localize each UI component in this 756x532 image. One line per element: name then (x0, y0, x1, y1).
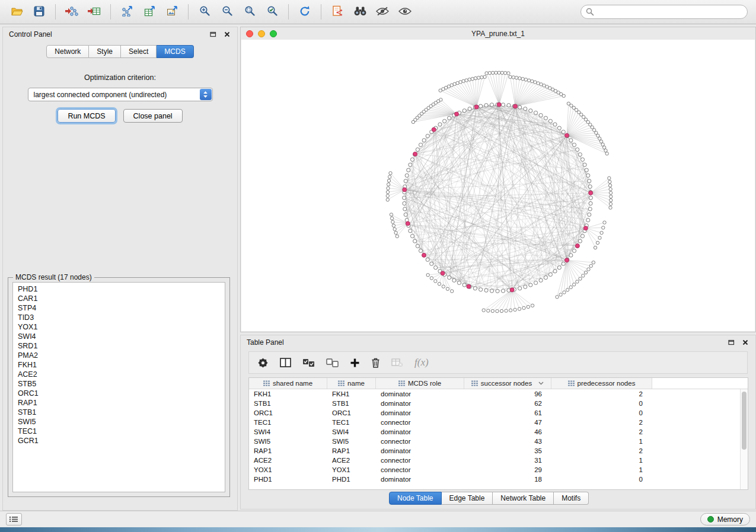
network-leaf-node[interactable] (393, 227, 396, 230)
maximize-window-icon[interactable] (270, 30, 277, 37)
network-leaf-node[interactable] (487, 309, 490, 312)
network-leaf-node[interactable] (509, 309, 512, 312)
network-leaf-node[interactable] (439, 89, 442, 92)
network-leaf-node[interactable] (610, 195, 613, 198)
network-node[interactable] (569, 254, 573, 257)
network-leaf-node[interactable] (430, 277, 433, 280)
network-leaf-node[interactable] (531, 80, 534, 83)
network-node[interactable] (403, 196, 406, 200)
network-node[interactable] (496, 289, 499, 293)
network-hub-node[interactable] (403, 188, 407, 192)
mcds-result-item[interactable]: GCR1 (13, 436, 225, 446)
network-node[interactable] (553, 123, 557, 126)
network-node[interactable] (588, 185, 592, 188)
float-panel-icon[interactable] (209, 30, 217, 39)
network-leaf-node[interactable] (522, 306, 525, 309)
network-node[interactable] (578, 153, 582, 156)
network-node[interactable] (544, 116, 547, 120)
network-hub-node[interactable] (474, 105, 479, 109)
network-leaf-node[interactable] (394, 231, 397, 234)
network-leaf-node[interactable] (589, 264, 592, 267)
network-node[interactable] (484, 289, 488, 292)
network-leaf-node[interactable] (527, 79, 530, 82)
close-panel-icon[interactable] (223, 30, 231, 39)
network-node[interactable] (589, 201, 592, 205)
network-node[interactable] (553, 270, 557, 273)
mcds-result-item[interactable]: PHD1 (13, 284, 225, 294)
network-leaf-node[interactable] (602, 146, 605, 149)
network-leaf-node[interactable] (434, 280, 437, 283)
network-node[interactable] (479, 288, 483, 291)
column-header-name[interactable]: name (327, 378, 376, 389)
tab-network-table[interactable]: Network Table (493, 492, 554, 505)
mcds-result-item[interactable]: TEC1 (13, 427, 225, 436)
mcds-result-item[interactable]: STP4 (13, 303, 225, 313)
network-leaf-node[interactable] (603, 221, 606, 224)
network-node[interactable] (548, 119, 552, 123)
network-leaf-node[interactable] (485, 72, 488, 75)
export-image-button[interactable] (161, 3, 183, 21)
network-leaf-node[interactable] (412, 120, 414, 123)
table-row[interactable]: STB1STB1dominator620 (249, 399, 740, 408)
network-leaf-node[interactable] (556, 296, 559, 299)
network-leaf-node[interactable] (584, 271, 587, 274)
network-leaf-node[interactable] (386, 194, 389, 197)
network-leaf-node[interactable] (477, 76, 480, 79)
network-hub-node[interactable] (455, 112, 459, 116)
mcds-result-item[interactable]: CAR1 (13, 294, 225, 303)
scrollbar-thumb[interactable] (742, 392, 747, 450)
network-leaf-node[interactable] (600, 231, 603, 234)
network-leaf-node[interactable] (608, 180, 611, 183)
table-row[interactable]: YOX1YOX1connector291 (249, 465, 740, 475)
network-leaf-node[interactable] (594, 246, 596, 249)
network-leaf-node[interactable] (598, 137, 601, 140)
network-node[interactable] (452, 278, 456, 282)
import-table-button[interactable] (84, 3, 105, 21)
network-node[interactable] (409, 229, 412, 233)
network-leaf-node[interactable] (438, 283, 441, 286)
network-leaf-node[interactable] (390, 213, 393, 216)
network-leaf-node[interactable] (534, 81, 537, 84)
network-leaf-node[interactable] (563, 291, 566, 294)
network-leaf-node[interactable] (387, 187, 390, 190)
network-leaf-node[interactable] (566, 289, 569, 291)
network-node[interactable] (403, 207, 407, 211)
network-leaf-node[interactable] (388, 175, 391, 178)
network-leaf-node[interactable] (527, 305, 529, 308)
network-leaf-node[interactable] (395, 235, 398, 238)
network-leaf-node[interactable] (480, 76, 483, 79)
column-header-mcds-role[interactable]: MCDS role (376, 378, 464, 389)
first-neighbors-button[interactable] (349, 3, 371, 21)
network-leaf-node[interactable] (537, 82, 540, 85)
open-session-button[interactable] (6, 3, 27, 21)
network-node[interactable] (557, 266, 561, 270)
network-leaf-node[interactable] (471, 77, 474, 80)
network-leaf-node[interactable] (596, 241, 599, 244)
network-node[interactable] (473, 287, 477, 290)
network-leaf-node[interactable] (569, 286, 572, 289)
network-leaf-node[interactable] (386, 191, 389, 194)
network-node[interactable] (419, 143, 422, 146)
tab-motifs[interactable]: Motifs (554, 492, 589, 505)
network-leaf-node[interactable] (450, 290, 453, 293)
network-leaf-node[interactable] (576, 280, 579, 283)
zoom-out-button[interactable] (216, 3, 238, 21)
export-table-button[interactable] (139, 3, 160, 21)
network-leaf-node[interactable] (605, 152, 608, 155)
network-leaf-node[interactable] (524, 78, 527, 81)
table-row[interactable]: TEC1TEC1connector472 (249, 418, 740, 427)
column-header-predecessor-nodes[interactable]: predecessor nodes (551, 378, 652, 389)
network-node[interactable] (426, 258, 429, 261)
network-leaf-node[interactable] (587, 268, 590, 271)
mcds-result-item[interactable]: RAP1 (13, 398, 225, 408)
network-node[interactable] (534, 281, 537, 284)
network-node[interactable] (409, 163, 412, 166)
gear-button[interactable] (257, 357, 269, 368)
mcds-result-item[interactable]: SWI4 (13, 332, 225, 341)
network-leaf-node[interactable] (387, 179, 390, 182)
network-node[interactable] (407, 168, 410, 172)
network-leaf-node[interactable] (609, 188, 612, 191)
network-node[interactable] (490, 289, 493, 293)
network-node[interactable] (507, 104, 511, 107)
network-node[interactable] (413, 239, 417, 243)
